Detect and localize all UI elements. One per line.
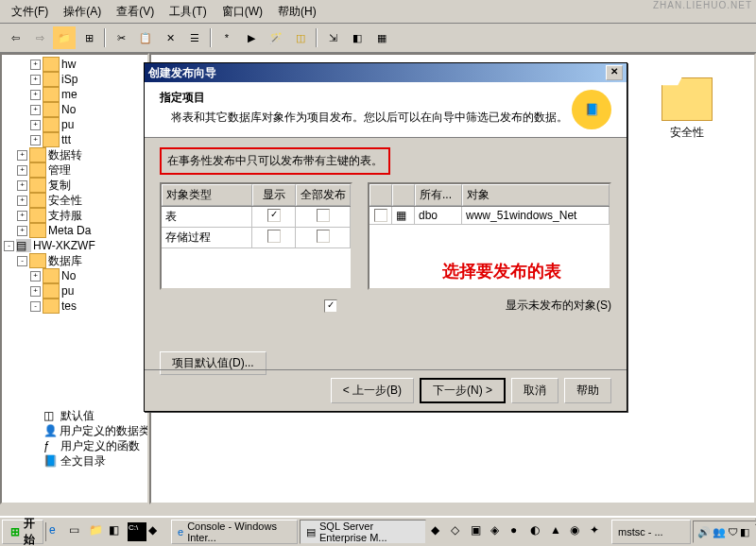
expand-icon[interactable]: + [17,180,27,191]
tree-node[interactable]: 支持服 [48,208,82,224]
tree-node[interactable]: No [61,103,76,116]
tray-icon[interactable]: ✦ [589,522,608,541]
tray-icon[interactable]: ◉ [569,522,588,541]
help-button[interactable]: 帮助 [564,378,611,403]
tree-panel[interactable]: +hw +iSp +me +No +pu +ttt +数据转 +管理 +复制 +… [0,53,149,504]
app-icon[interactable]: ◧ [108,522,127,541]
tree-node[interactable]: 数据转 [48,147,82,163]
checkbox[interactable] [267,230,281,243]
expand-icon[interactable]: + [17,196,27,206]
tree-node[interactable]: 管理 [48,162,71,179]
tray-icon[interactable]: ● [509,522,528,541]
col-header[interactable]: 全部发布 [296,184,351,206]
security-folder[interactable]: 安全性 [662,77,713,141]
checkbox[interactable] [317,209,330,222]
grid-row[interactable]: 存储过程 [162,228,351,248]
tree-node[interactable]: tes [61,299,77,313]
ie-icon[interactable]: e [48,522,67,541]
tray-icon[interactable]: ▣ [470,522,489,541]
back-button[interactable]: < 上一步(B) [331,378,414,403]
menu-file[interactable]: 文件(F) [4,2,56,22]
tray-icon[interactable]: ▲ [549,522,568,541]
tree-node[interactable]: me [61,88,77,101]
tree-node[interactable]: pu [61,284,74,298]
expand-icon[interactable]: + [30,271,41,282]
tree-node[interactable]: 默认值 [60,408,94,424]
new-db-icon[interactable]: ◫ [289,26,312,49]
task-mstsc[interactable]: mstsc - ... [611,520,691,544]
col-header[interactable]: 对象类型 [162,184,252,206]
tray-icon[interactable]: ◧ [740,526,749,538]
menu-action[interactable]: 操作(A) [56,2,109,22]
desktop-icon[interactable]: ▭ [68,522,87,541]
tray-icon[interactable]: ◈ [490,522,508,541]
col-header[interactable] [369,184,392,206]
col-header[interactable]: 所有... [415,184,462,206]
tray-icon[interactable]: 👥 [713,526,726,538]
tree-node[interactable]: pu [61,118,74,131]
task-sqlserver[interactable]: ▤ SQL Server Enterprise M... [300,520,426,544]
tree-node[interactable]: Meta Da [48,224,91,237]
col-header[interactable] [392,184,415,206]
start-button[interactable]: ⊞ 开始 [2,520,43,544]
expand-icon[interactable]: + [30,135,41,145]
export-icon[interactable]: ⇲ [321,26,344,49]
run-icon[interactable]: ▶ [240,26,263,49]
collapse-icon[interactable]: - [30,301,41,312]
tray-icon[interactable]: 🔊 [697,526,711,538]
expand-icon[interactable]: + [30,120,41,130]
object-types-grid[interactable]: 对象类型 显示 全部发布 表 存储过程 [160,182,352,290]
collapse-icon[interactable]: - [17,256,27,266]
expand-icon[interactable]: + [17,165,27,176]
grid-row[interactable]: ▦ dbo www_51windows_Net [369,207,610,225]
expand-icon[interactable]: + [17,211,27,221]
tray-icon[interactable]: 🛡 [728,526,738,537]
expand-icon[interactable]: + [30,75,41,85]
tree-node[interactable]: 数据库 [48,253,82,269]
cancel-button[interactable]: 取消 [511,378,558,403]
tray-icon[interactable]: ◇ [450,522,469,541]
tree-node[interactable]: iSp [61,73,77,86]
tree-node[interactable]: HW-XKZWF [33,239,95,252]
checkbox[interactable] [317,230,330,243]
tree-node[interactable]: hw [61,58,76,71]
refresh-icon[interactable]: * [215,26,238,49]
tray-icon[interactable]: ◆ [430,522,449,541]
tree-node[interactable]: ttt [61,133,71,146]
copy-icon[interactable]: 📋 [134,26,157,49]
tree-node[interactable]: 复制 [48,178,71,194]
collapse-icon[interactable]: - [4,241,14,251]
menu-window[interactable]: 窗口(W) [215,2,270,22]
tree-node[interactable]: No [61,269,76,282]
tree-node[interactable]: 用户定义的数据类型 [60,423,149,439]
grid-row[interactable]: 表 [162,207,351,228]
menu-help[interactable]: 帮助(H) [270,2,324,22]
cmd-icon[interactable]: C:\ [128,522,146,541]
filter-icon[interactable]: ▦ [370,26,393,49]
expand-icon[interactable]: + [17,226,27,236]
tree-node[interactable]: 用户定义的函数 [60,438,140,454]
delete-icon[interactable]: ✕ [159,26,181,49]
tree-node[interactable]: 全文目录 [60,453,106,469]
next-button[interactable]: 下一步(N) > [420,378,506,403]
show-unpublished-checkbox[interactable] [324,299,337,313]
tree-node[interactable]: 安全性 [48,193,82,209]
expand-icon[interactable]: + [17,150,27,161]
dialog-titlebar[interactable]: 创建发布向导 ✕ [145,63,627,82]
expand-icon[interactable]: + [30,60,41,70]
expand-icon[interactable]: + [30,286,41,297]
col-header[interactable]: 显示 [252,184,296,206]
expand-icon[interactable]: + [30,90,41,100]
menu-tools[interactable]: 工具(T) [162,2,214,22]
tray-icon[interactable]: ◐ [529,522,548,541]
close-button[interactable]: ✕ [606,65,623,80]
new-query-icon[interactable]: ◧ [346,26,369,49]
wizard-icon[interactable]: 🪄 [265,26,287,49]
objects-grid[interactable]: 所有... 对象 ▦ dbo www_51windows_Net 选择要发布的表 [368,182,611,290]
props-icon[interactable]: ☰ [183,26,206,49]
menu-view[interactable]: 查看(V) [109,2,162,22]
col-header[interactable]: 对象 [462,184,610,206]
checkbox[interactable] [374,209,387,222]
checkbox[interactable] [267,209,281,222]
explorer-icon[interactable]: 📁 [88,522,107,541]
